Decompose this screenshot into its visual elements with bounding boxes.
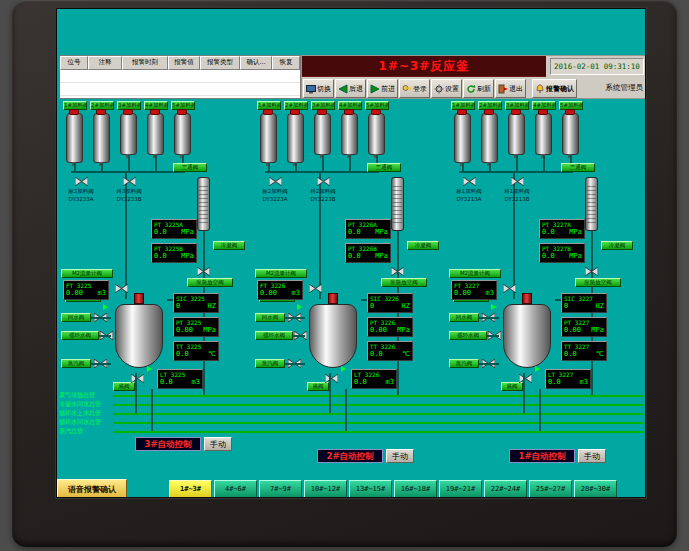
return-water-valve-button[interactable]: 回水阀 <box>255 313 285 322</box>
page-button-22#~24#[interactable]: 22#~24# <box>484 480 527 498</box>
three-way-valve-button[interactable]: 三通阀 <box>561 163 595 172</box>
login-button[interactable]: 登录 <box>399 79 430 98</box>
page-button-4#~6#[interactable]: 4#~6# <box>214 480 257 498</box>
three-way-valve-button[interactable]: 三通阀 <box>173 163 207 172</box>
manual-mode-button[interactable]: 手动 <box>386 449 414 463</box>
tank-feed-valve-button[interactable]: 2#加料阀 <box>284 101 308 110</box>
pipe-drop <box>151 389 153 431</box>
alarm-column-header[interactable]: 报警类型 <box>200 56 240 70</box>
back-button[interactable]: 后退 <box>335 79 366 98</box>
alarm-column-header[interactable]: 报警值 <box>168 56 200 70</box>
feed-valve-icon[interactable] <box>75 177 88 186</box>
flow-valve-icon[interactable] <box>115 284 128 293</box>
tank-feed-valve-button[interactable]: 3#加料阀 <box>505 101 529 110</box>
feed-valve-icon[interactable] <box>269 177 282 186</box>
bottom-valve-button[interactable]: 底阀 <box>501 382 523 391</box>
alarm-column-header[interactable]: 恢复 <box>272 56 300 70</box>
instrument-value-row: 0.00m3 <box>66 289 106 298</box>
tank-feed-valve-button[interactable]: 3#加料阀 <box>311 101 335 110</box>
feed-valve-icon[interactable] <box>123 177 136 186</box>
pipe-line <box>285 317 305 319</box>
page-button-28#~30#[interactable]: 28#~30# <box>574 480 617 498</box>
bottom-valve-icon[interactable] <box>325 374 338 383</box>
manual-mode-button[interactable]: 手动 <box>204 437 232 451</box>
circulating-water-valve-button[interactable]: 循环水阀 <box>255 331 293 340</box>
bottom-valve-button[interactable]: 底阀 <box>113 382 135 391</box>
feed-valve-icon[interactable] <box>511 177 524 186</box>
exit-button[interactable]: 退出 <box>495 79 526 98</box>
circulating-water-valve-button[interactable]: 循环水阀 <box>61 331 99 340</box>
emergency-valve-icon[interactable] <box>391 267 404 276</box>
page-button-1#~3#[interactable]: 1#~3# <box>169 480 212 498</box>
alarm-table-row[interactable] <box>60 70 300 83</box>
tank-feed-valve-button[interactable]: 3#加料阀 <box>117 101 141 110</box>
emergency-valve-icon[interactable] <box>585 267 598 276</box>
voice-alarm-ack-button[interactable]: 语音报警确认 <box>57 479 127 498</box>
condense-valve-button[interactable]: 冷凝阀 <box>213 241 245 250</box>
flow-meter-valve-button[interactable]: M2流量计阀 <box>61 269 113 278</box>
instrument-tag: PT_3225B <box>154 245 194 252</box>
steam-valve-button[interactable]: 蒸汽阀 <box>255 359 285 368</box>
circulating-water-valve-button[interactable]: 循环水阀 <box>449 331 487 340</box>
condense-valve-button[interactable]: 冷凝阀 <box>601 241 633 250</box>
instrument-level-display: LT_32260.0m3 <box>351 369 397 389</box>
steam-valve-button[interactable]: 蒸汽阀 <box>449 359 479 368</box>
tank-feed-valve-button[interactable]: 2#加料阀 <box>478 101 502 110</box>
emergency-valve-icon[interactable] <box>197 267 210 276</box>
alarm-summary-table[interactable]: 位号注释报警时刻报警值报警类型确认...恢复 <box>59 55 301 99</box>
page-button-16#~18#[interactable]: 16#~18# <box>394 480 437 498</box>
page-button-10#~12#[interactable]: 10#~12# <box>304 480 347 498</box>
tank-feed-valve-button[interactable]: 4#加料阀 <box>532 101 556 110</box>
tank-feed-valve-button[interactable]: 4#加料阀 <box>144 101 168 110</box>
emergency-vent-valve-button[interactable]: 应急放空阀 <box>187 278 233 287</box>
bottom-valve-button[interactable]: 底阀 <box>307 382 329 391</box>
flow-meter-valve-button[interactable]: M2流量计阀 <box>449 269 501 278</box>
forward-button[interactable]: 前进 <box>367 79 398 98</box>
alarm-column-header[interactable]: 位号 <box>60 56 88 70</box>
tank-feed-valve-button[interactable]: 1#加料阀 <box>63 101 87 110</box>
tank-feed-valve-button[interactable]: 5#加料阀 <box>365 101 389 110</box>
alarm-column-header[interactable]: 注释 <box>88 56 122 70</box>
page-button-25#~27#[interactable]: 25#~27# <box>529 480 572 498</box>
page-button-19#~21#[interactable]: 19#~21# <box>439 480 482 498</box>
main-pipe-label: 循环水上水总管 <box>59 409 111 417</box>
feed-valve-tag: DY3223B <box>300 196 346 203</box>
alarm-table-row[interactable] <box>60 83 300 96</box>
tank-feed-valve-button[interactable]: 5#加料阀 <box>559 101 583 110</box>
instrument-value: 0.00 <box>66 289 83 298</box>
alarm-column-header[interactable]: 确认... <box>240 56 272 70</box>
feed-valve-icon[interactable] <box>463 177 476 186</box>
switch-button[interactable]: 切换 <box>303 79 334 98</box>
tank-feed-valve-button[interactable]: 2#加料阀 <box>90 101 114 110</box>
bottom-valve-icon[interactable] <box>519 374 532 383</box>
tank-feed-valve-button[interactable]: 4#加料阀 <box>338 101 362 110</box>
alarm-ack-button[interactable]: 报警确认 <box>532 79 577 98</box>
alarm-column-header[interactable]: 报警时刻 <box>122 56 168 70</box>
manual-mode-button[interactable]: 手动 <box>578 449 606 463</box>
return-water-valve-button[interactable]: 回水阀 <box>61 313 91 322</box>
bottom-valve-icon[interactable] <box>131 374 144 383</box>
emergency-vent-valve-button[interactable]: 应急放空阀 <box>575 278 621 287</box>
tank-feed-valve-button[interactable]: 1#加料阀 <box>451 101 475 110</box>
page-button-13#~15#[interactable]: 13#~15# <box>349 480 392 498</box>
three-way-valve-button[interactable]: 三通阀 <box>367 163 401 172</box>
page-button-7#~9#[interactable]: 7#~9# <box>259 480 302 498</box>
refresh-button[interactable]: 刷新 <box>463 79 494 98</box>
return-water-valve-button[interactable]: 回水阀 <box>449 313 479 322</box>
reactor-body <box>503 304 551 368</box>
steam-valve-button[interactable]: 蒸汽阀 <box>61 359 91 368</box>
tank-feed-valve-button[interactable]: 5#加料阀 <box>171 101 195 110</box>
flow-valve-icon[interactable] <box>503 284 516 293</box>
feed-tank <box>174 113 191 155</box>
instrument-tag: LT_3225 <box>160 371 200 378</box>
flow-valve-icon[interactable] <box>309 284 322 293</box>
feed-valve-icon[interactable] <box>317 177 330 186</box>
settings-button[interactable]: 设置 <box>431 79 462 98</box>
tank-feed-valve-button[interactable]: 1#加料阀 <box>257 101 281 110</box>
condense-valve-button[interactable]: 冷凝阀 <box>407 241 439 250</box>
feed-tank <box>508 113 525 155</box>
emergency-vent-valve-button[interactable]: 应急放空阀 <box>381 278 427 287</box>
scada-screen: 位号注释报警时刻报警值报警类型确认...恢复 1#~3#反应釜 2016-02-… <box>56 8 646 498</box>
flow-meter-valve-button[interactable]: M2流量计阀 <box>255 269 307 278</box>
title-band: 1#~3#反应釜 <box>302 56 546 77</box>
